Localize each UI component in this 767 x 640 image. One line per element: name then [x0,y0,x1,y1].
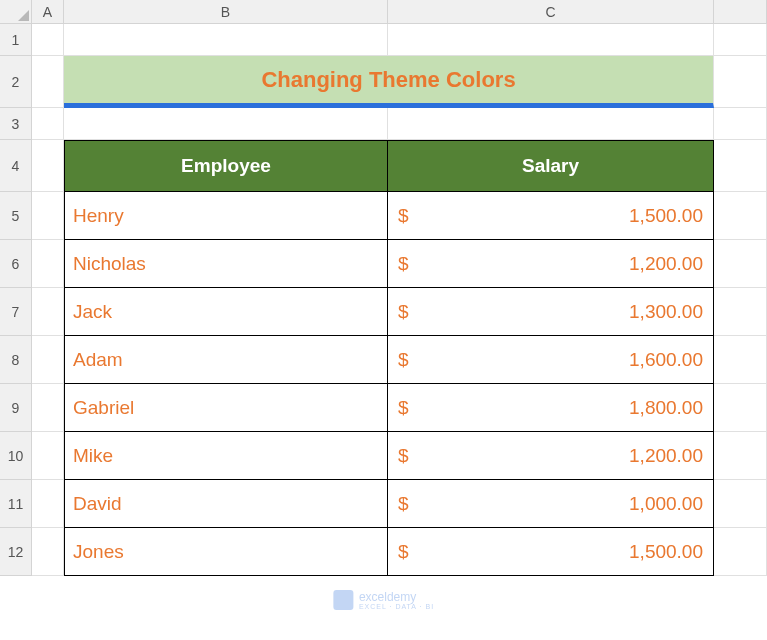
watermark-logo-icon [333,590,353,610]
col-header-C[interactable]: C [388,0,714,24]
cell-A12[interactable] [32,528,64,576]
watermark: exceldemy EXCEL · DATA · BI [333,590,434,610]
row-header-4[interactable]: 4 [0,140,32,192]
row-header-12[interactable]: 12 [0,528,32,576]
salary-cell[interactable]: $1,200.00 [388,240,714,288]
employee-cell[interactable]: Gabriel [64,384,388,432]
currency-symbol: $ [398,253,409,275]
salary-value: 1,800.00 [629,397,703,419]
row-header-6[interactable]: 6 [0,240,32,288]
cell-A2[interactable] [32,56,64,108]
salary-value: 1,200.00 [629,253,703,275]
currency-symbol: $ [398,445,409,467]
employee-cell[interactable]: Henry [64,192,388,240]
employee-cell[interactable]: David [64,480,388,528]
cell-D11[interactable] [714,480,767,528]
employee-cell[interactable]: Jack [64,288,388,336]
salary-cell[interactable]: $1,200.00 [388,432,714,480]
salary-value: 1,000.00 [629,493,703,515]
cell-A3[interactable] [32,108,64,140]
cell-D5[interactable] [714,192,767,240]
cell-B1[interactable] [64,24,388,56]
cell-A1[interactable] [32,24,64,56]
employee-cell[interactable]: Adam [64,336,388,384]
row-header-7[interactable]: 7 [0,288,32,336]
cell-A10[interactable] [32,432,64,480]
cell-D2[interactable] [714,56,767,108]
salary-value: 1,500.00 [629,541,703,563]
salary-cell[interactable]: $1,000.00 [388,480,714,528]
row-header-10[interactable]: 10 [0,432,32,480]
cell-A4[interactable] [32,140,64,192]
employee-cell[interactable]: Mike [64,432,388,480]
cell-A11[interactable] [32,480,64,528]
currency-symbol: $ [398,541,409,563]
cell-D8[interactable] [714,336,767,384]
spreadsheet-grid: A B C 1 2 Changing Theme Colors 3 4 Empl… [0,0,767,576]
table-header-employee[interactable]: Employee [64,140,388,192]
currency-symbol: $ [398,349,409,371]
cell-C1[interactable] [388,24,714,56]
row-header-5[interactable]: 5 [0,192,32,240]
table-header-salary[interactable]: Salary [388,140,714,192]
salary-cell[interactable]: $1,500.00 [388,528,714,576]
currency-symbol: $ [398,301,409,323]
cell-D6[interactable] [714,240,767,288]
cell-A9[interactable] [32,384,64,432]
row-header-8[interactable]: 8 [0,336,32,384]
salary-cell[interactable]: $1,500.00 [388,192,714,240]
currency-symbol: $ [398,493,409,515]
title-cell[interactable]: Changing Theme Colors [64,56,714,108]
currency-symbol: $ [398,397,409,419]
currency-symbol: $ [398,205,409,227]
watermark-brand: exceldemy [359,591,434,603]
employee-cell[interactable]: Nicholas [64,240,388,288]
cell-D1[interactable] [714,24,767,56]
salary-cell[interactable]: $1,300.00 [388,288,714,336]
cell-A6[interactable] [32,240,64,288]
col-header-B[interactable]: B [64,0,388,24]
select-all-corner[interactable] [0,0,32,24]
row-header-2[interactable]: 2 [0,56,32,108]
row-header-3[interactable]: 3 [0,108,32,140]
cell-D4[interactable] [714,140,767,192]
row-header-9[interactable]: 9 [0,384,32,432]
col-header-blank[interactable] [714,0,767,24]
cell-D7[interactable] [714,288,767,336]
cell-D3[interactable] [714,108,767,140]
employee-cell[interactable]: Jones [64,528,388,576]
row-header-11[interactable]: 11 [0,480,32,528]
col-header-A[interactable]: A [32,0,64,24]
cell-B3[interactable] [64,108,388,140]
salary-value: 1,200.00 [629,445,703,467]
cell-D10[interactable] [714,432,767,480]
salary-value: 1,600.00 [629,349,703,371]
cell-A5[interactable] [32,192,64,240]
cell-A7[interactable] [32,288,64,336]
salary-cell[interactable]: $1,600.00 [388,336,714,384]
salary-value: 1,500.00 [629,205,703,227]
cell-A8[interactable] [32,336,64,384]
salary-value: 1,300.00 [629,301,703,323]
row-header-1[interactable]: 1 [0,24,32,56]
cell-D9[interactable] [714,384,767,432]
cell-C3[interactable] [388,108,714,140]
cell-D12[interactable] [714,528,767,576]
watermark-tagline: EXCEL · DATA · BI [359,603,434,610]
salary-cell[interactable]: $1,800.00 [388,384,714,432]
